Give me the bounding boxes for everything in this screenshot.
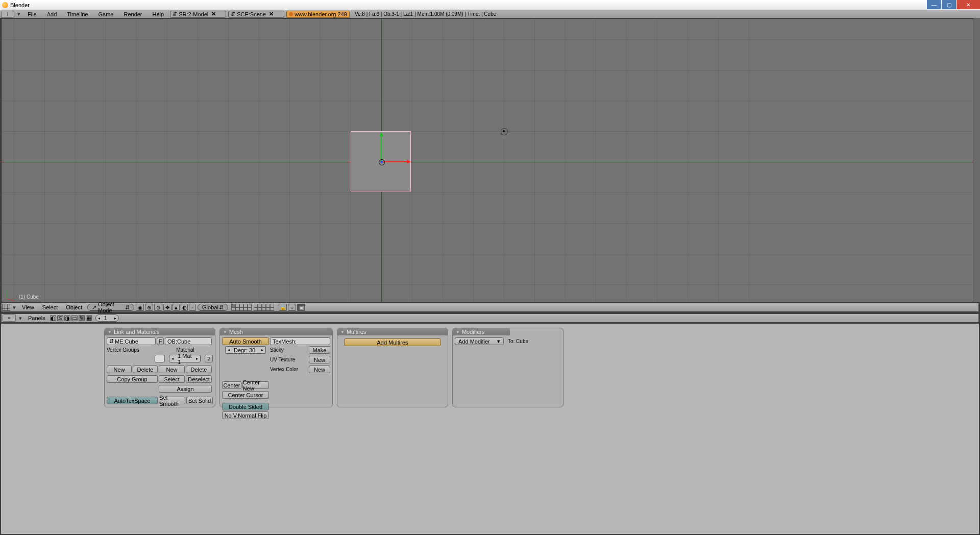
orientation-label: Global <box>202 304 218 310</box>
scene-close-icon[interactable]: ✕ <box>269 11 274 17</box>
degr-spinner[interactable]: Degr: 30 <box>225 346 266 354</box>
panel-multires: ▼Multires Add Multires <box>337 328 448 407</box>
panel-collapse-icon[interactable]: ▼ <box>340 330 345 334</box>
panels-label: Panels <box>24 315 50 321</box>
add-multires-button[interactable]: Add Multires <box>344 338 441 346</box>
mat-delete-button[interactable]: Delete <box>186 366 212 373</box>
center-button[interactable]: Center <box>222 381 241 389</box>
set-smooth-button[interactable]: Set Smooth <box>159 397 185 404</box>
autotexspace-button[interactable]: AutoTexSpace <box>107 397 158 404</box>
menu-add[interactable]: Add <box>42 11 62 17</box>
center-cursor-button[interactable]: Center Cursor <box>222 391 269 399</box>
mode-selector[interactable]: ↗ Object Mode ⇵ <box>87 304 134 311</box>
object-datablock-field[interactable]: OB:Cube <box>165 337 212 345</box>
fake-user-button[interactable]: F <box>157 337 164 345</box>
vertexcolor-label: Vertex Color <box>270 366 308 373</box>
mat-select-button[interactable]: Select <box>159 375 185 383</box>
sticky-label: Sticky <box>270 346 308 354</box>
lamp-object[interactable] <box>500 127 508 135</box>
menu-timeline[interactable]: Timeline <box>62 11 93 17</box>
3d-cursor[interactable] <box>377 158 385 166</box>
add-modifier-button[interactable]: Add Modifier▾ <box>455 337 504 345</box>
editor-type-3dview-icon[interactable] <box>2 304 10 311</box>
mode-label: Object Mode <box>98 301 125 313</box>
scene-stats: Ve:8 | Fa:6 | Ob:3-1 | La:1 | Mem:1.00M … <box>351 11 500 17</box>
copy-group-button[interactable]: Copy Group <box>107 375 158 383</box>
double-sided-button[interactable]: Double Sided <box>222 403 269 410</box>
context-editing-icon[interactable]: ✎ <box>79 315 85 321</box>
menu-file[interactable]: File <box>22 11 42 17</box>
layer-buttons[interactable] <box>231 304 276 311</box>
vertex-groups-label: Vertex Groups <box>107 346 158 354</box>
screen-name: SR:2-Model <box>179 11 208 17</box>
auto-smooth-button[interactable]: Auto Smooth <box>222 337 269 345</box>
texmesh-field[interactable]: TexMesh: <box>270 337 330 345</box>
proportional-edit-icon[interactable]: ○ <box>288 304 296 311</box>
screen-close-icon[interactable]: ✕ <box>211 11 216 17</box>
modifier-to-label: To: Cube <box>505 337 528 345</box>
mesh-datablock-field[interactable]: ⇵ME:Cube <box>107 337 156 345</box>
sticky-make-button[interactable]: Make <box>309 346 330 354</box>
3d-viewport[interactable]: // grid drawn via JS after data load bel… <box>1 18 979 302</box>
view3d-menu-select[interactable]: Select <box>38 304 62 310</box>
vg-new-button[interactable]: New <box>107 366 132 373</box>
view3d-collapse-icon[interactable]: ▾ <box>11 304 18 311</box>
editor-type-buttons-icon[interactable]: ≡ <box>3 314 16 322</box>
manipulator-toggle-icon[interactable]: ✥ <box>163 304 172 311</box>
menu-game[interactable]: Game <box>93 11 118 17</box>
blender-link[interactable]: www.blender.org 249 <box>286 11 350 18</box>
buttons-collapse-icon[interactable]: ▾ <box>17 314 24 322</box>
x-axis-line <box>2 162 978 162</box>
window-titlebar: Blender — ▢ ✕ <box>0 0 980 10</box>
material-preview-swatch[interactable] <box>155 355 165 362</box>
menu-help[interactable]: Help <box>148 11 169 17</box>
gizmo-x-arrow[interactable] <box>381 161 410 162</box>
vg-delete-button[interactable]: Delete <box>133 366 158 373</box>
manipulator-rotate-icon[interactable]: ◐ <box>181 304 188 311</box>
no-vnormal-flip-button[interactable]: No V.Normal Flip <box>222 411 269 419</box>
window-minimize-button[interactable]: — <box>927 0 941 9</box>
window-close-button[interactable]: ✕ <box>957 0 980 9</box>
manipulator-translate-icon[interactable]: ▲ <box>173 304 180 311</box>
render-preview-icon[interactable]: ▣ <box>297 304 305 311</box>
window-maximize-button[interactable]: ▢ <box>942 0 956 9</box>
lock-layers-icon[interactable]: 🔒 <box>279 304 287 311</box>
mat-new-button[interactable]: New <box>159 366 185 373</box>
context-script-icon[interactable]: S <box>57 315 63 321</box>
context-scene-icon[interactable]: ▦ <box>86 315 92 321</box>
frame-spinner[interactable]: 1 <box>95 314 119 322</box>
material-help-button[interactable]: ? <box>205 355 213 362</box>
orientation-selector[interactable]: Global ⇵ <box>198 304 228 311</box>
viewport-scrollbar[interactable] <box>973 18 980 302</box>
set-solid-button[interactable]: Set Solid <box>186 397 213 404</box>
pivot-icon[interactable]: ⊕ <box>145 304 153 311</box>
screen-selector[interactable]: ⇵ SR:2-Model ✕ <box>170 11 226 18</box>
mat-deselect-button[interactable]: Deselect <box>186 375 212 383</box>
shading-icon[interactable]: ◉ <box>136 304 144 311</box>
center-new-button[interactable]: Center New <box>242 381 269 389</box>
view3d-menu-object[interactable]: Object <box>62 304 86 310</box>
view3d-menu-view[interactable]: View <box>18 304 38 310</box>
material-index-spinner[interactable]: 1 Mat 1 <box>169 355 201 362</box>
manipulator-scale-icon[interactable]: ▫ <box>189 304 196 311</box>
scene-selector[interactable]: ⇵ SCE:Scene ✕ <box>228 11 284 18</box>
panel-link-materials: ▼Link and Materials ⇵ME:Cube F OB:Cube V… <box>104 328 215 407</box>
context-shading-icon[interactable]: ◑ <box>64 315 70 321</box>
uv-new-button[interactable]: New <box>309 356 330 363</box>
vcolor-new-button[interactable]: New <box>309 366 330 373</box>
editor-type-icon[interactable]: i <box>1 11 14 18</box>
context-object-icon[interactable]: ▭ <box>71 315 78 321</box>
context-logic-icon[interactable]: ◐ <box>50 315 56 321</box>
panel-collapse-icon[interactable]: ▼ <box>456 330 460 334</box>
pivot-median-icon[interactable]: ⊙ <box>154 304 162 311</box>
mini-axis-icon <box>7 286 19 299</box>
panel-collapse-icon[interactable]: ▼ <box>108 330 112 334</box>
header-collapse-icon[interactable]: ▾ <box>15 11 22 18</box>
menu-render[interactable]: Render <box>118 11 147 17</box>
panel-title: Multires <box>347 329 366 335</box>
active-object-label: (1) Cube <box>19 294 39 300</box>
mat-assign-button[interactable]: Assign <box>159 385 212 393</box>
panel-title: Link and Materials <box>114 329 159 335</box>
uvtexture-label: UV Texture <box>270 356 308 363</box>
panel-collapse-icon[interactable]: ▼ <box>223 330 227 334</box>
